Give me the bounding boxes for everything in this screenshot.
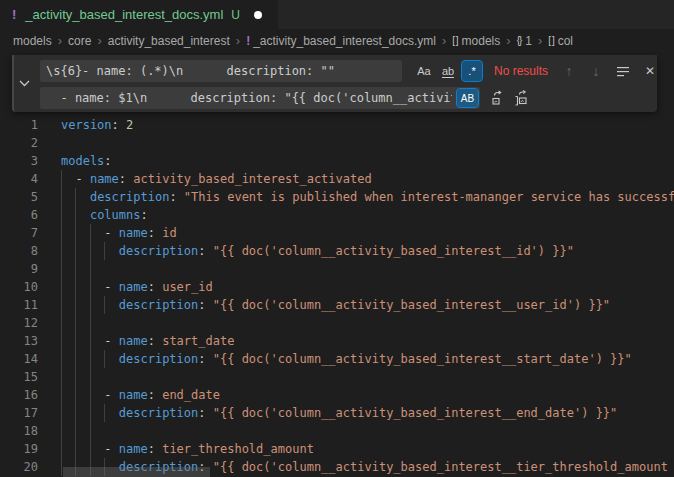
code-text: - name: start_date: [61, 332, 674, 350]
code-line[interactable]: 17 description: "{{ doc('column__activit…: [0, 404, 674, 422]
breadcrumb-item-col[interactable]: [ ]col: [548, 34, 573, 48]
code-line[interactable]: 19 - name: tier_threshold_amount: [0, 440, 674, 458]
breadcrumb-label: core: [68, 34, 91, 48]
line-number: 2: [0, 134, 38, 152]
indent-guide: [104, 296, 105, 314]
code-line[interactable]: 6 columns:: [0, 206, 674, 224]
indent-guide: [75, 224, 76, 242]
line-number: 20: [0, 458, 38, 476]
tab-bar: ! _activity_based_interest_docs.yml U: [0, 0, 674, 29]
code-line[interactable]: 12: [0, 314, 674, 332]
indent-guide: [75, 296, 76, 314]
symbol-array-icon: [ ]: [548, 35, 553, 46]
line-number: 18: [0, 422, 38, 440]
indent-guide: [90, 386, 91, 404]
breadcrumb-item-activity_based_interest[interactable]: activity_based_interest: [108, 34, 230, 48]
indent-guide: [90, 242, 91, 260]
code-line[interactable]: 11 description: "{{ doc('column__activit…: [0, 296, 674, 314]
code-lines: 1version: 223models:4 - name: activity_b…: [0, 116, 674, 476]
line-number: 15: [0, 368, 38, 386]
indent-guide: [75, 314, 76, 332]
toggle-replace-button[interactable]: [14, 55, 34, 112]
indent-guide: [61, 422, 62, 440]
replace-icon: [490, 90, 506, 106]
code-line[interactable]: 9: [0, 260, 674, 278]
line-number: 14: [0, 350, 38, 368]
indent-guide: [61, 278, 62, 296]
indent-guide: [90, 296, 91, 314]
code-editor[interactable]: Aa ab .* No results ↑ ↓ ✕ AB: [0, 52, 674, 477]
breadcrumb-separator-icon: ›: [538, 34, 542, 47]
code-line[interactable]: 16 - name: end_date: [0, 386, 674, 404]
tab-filename: _activity_based_interest_docs.yml: [25, 7, 223, 22]
indent-guide: [61, 368, 62, 386]
indent-guide: [90, 224, 91, 242]
breadcrumb-item-core[interactable]: core: [68, 34, 91, 48]
find-replace-widget: Aa ab .* No results ↑ ↓ ✕ AB: [12, 55, 657, 112]
indent-guide: [75, 242, 76, 260]
regex-button[interactable]: .*: [462, 61, 482, 81]
indent-guide: [104, 404, 105, 422]
line-number: 3: [0, 152, 38, 170]
code-line[interactable]: 14 description: "{{ doc('column__activit…: [0, 350, 674, 368]
indent-guide: [90, 404, 91, 422]
replace-button[interactable]: [488, 88, 508, 108]
replace-all-button[interactable]: [512, 88, 532, 108]
code-line[interactable]: 10 - name: user_id: [0, 278, 674, 296]
indent-guide: [104, 350, 105, 368]
breadcrumb-item-1[interactable]: {}1: [517, 34, 532, 48]
indent-guide: [75, 422, 76, 440]
breadcrumb-item-models[interactable]: [ ]models: [452, 34, 500, 48]
preserve-case-button[interactable]: AB: [457, 89, 478, 107]
line-number: 4: [0, 170, 38, 188]
code-line[interactable]: 5 description: "This event is published …: [0, 188, 674, 206]
indent-guide: [90, 350, 91, 368]
breadcrumb-label: activity_based_interest: [108, 34, 230, 48]
yaml-icon: !: [12, 7, 16, 22]
indent-guide: [90, 278, 91, 296]
code-text: description: "{{ doc('column__activity_b…: [61, 404, 674, 422]
breadcrumb-label: models: [462, 34, 501, 48]
find-in-selection-button[interactable]: [613, 61, 633, 81]
indent-guide: [75, 440, 76, 458]
code-line[interactable]: 13 - name: start_date: [0, 332, 674, 350]
previous-match-button[interactable]: ↑: [559, 61, 579, 81]
find-in-selection-icon: [616, 64, 630, 78]
indent-guide: [61, 332, 62, 350]
breadcrumb-label: 1: [525, 34, 532, 48]
code-line[interactable]: 3models:: [0, 152, 674, 170]
breadcrumb-item-models[interactable]: models: [13, 34, 52, 48]
code-line[interactable]: 8 description: "{{ doc('column__activity…: [0, 242, 674, 260]
indent-guide: [61, 296, 62, 314]
code-line[interactable]: 18: [0, 422, 674, 440]
chevron-down-icon: [19, 80, 30, 87]
match-case-button[interactable]: Aa: [414, 61, 434, 81]
close-find-widget-button[interactable]: ✕: [640, 61, 660, 81]
code-line[interactable]: 4 - name: activity_based_interest_activa…: [0, 170, 674, 188]
breadcrumb-label: _activity_based_interest_docs.yml: [253, 34, 436, 48]
code-text: - name: id: [61, 224, 674, 242]
indent-guide: [61, 404, 62, 422]
whole-word-button[interactable]: ab: [438, 61, 458, 81]
modified-dot-icon[interactable]: [254, 11, 262, 19]
code-line[interactable]: 7 - name: id: [0, 224, 674, 242]
indent-guide: [90, 440, 91, 458]
code-line[interactable]: 15: [0, 368, 674, 386]
breadcrumb-separator-icon: ›: [236, 34, 240, 47]
breadcrumb-separator-icon: ›: [97, 34, 101, 47]
line-number: 1: [0, 116, 38, 134]
line-number: 19: [0, 440, 38, 458]
code-text: models:: [61, 152, 674, 170]
horizontal-scrollbar[interactable]: [63, 467, 210, 477]
breadcrumb-item-_activity_based_interest_docs.yml[interactable]: !_activity_based_interest_docs.yml: [246, 34, 436, 48]
line-number: 9: [0, 260, 38, 278]
line-number: 12: [0, 314, 38, 332]
code-line[interactable]: 1version: 2: [0, 116, 674, 134]
indent-guide: [61, 188, 62, 206]
tab-active-file[interactable]: ! _activity_based_interest_docs.yml U: [0, 0, 278, 29]
find-input[interactable]: [40, 60, 402, 82]
next-match-button[interactable]: ↓: [586, 61, 606, 81]
replace-input[interactable]: [40, 87, 480, 109]
code-text: description: "{{ doc('column__activity_b…: [61, 296, 674, 314]
code-line[interactable]: 2: [0, 134, 674, 152]
